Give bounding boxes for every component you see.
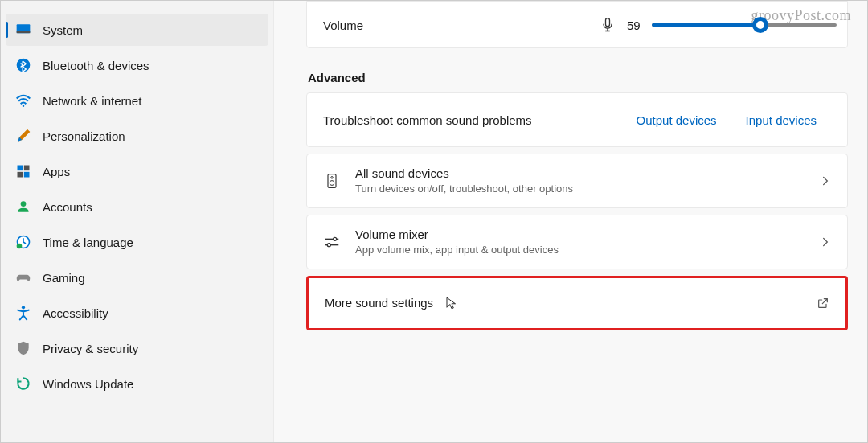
sidebar-item-label: Accounts: [43, 200, 92, 214]
sidebar-item-label: Windows Update: [43, 377, 133, 391]
privacy-icon: [15, 340, 31, 356]
volume-value: 59: [627, 18, 641, 32]
cutoff-row: [307, 1, 847, 2]
chevron-right-icon: [820, 236, 831, 248]
svg-rect-1: [17, 31, 31, 34]
sidebar-item-label: System: [43, 23, 83, 37]
mixer-title: Volume mixer: [355, 227, 805, 243]
volume-slider[interactable]: [652, 23, 837, 27]
svg-point-19: [327, 243, 330, 246]
cursor-icon: [444, 296, 459, 310]
chevron-right-icon: [820, 175, 831, 187]
input-devices-link[interactable]: Input devices: [731, 109, 831, 132]
svg-rect-4: [18, 166, 23, 171]
mixer-subtitle: App volume mix, app input & output devic…: [355, 243, 805, 257]
sidebar-item-system[interactable]: System: [6, 14, 268, 46]
mixer-icon: [323, 233, 341, 251]
slider-fill: [652, 23, 761, 27]
troubleshoot-row: Troubleshoot common sound problems Outpu…: [307, 93, 847, 146]
system-icon: [15, 22, 31, 38]
svg-point-14: [331, 176, 334, 178]
svg-rect-5: [24, 166, 30, 171]
sidebar-item-label: Personalization: [43, 129, 125, 143]
advanced-heading: Advanced: [308, 71, 848, 84]
svg-point-11: [22, 306, 25, 309]
sidebar-item-update[interactable]: Windows Update: [6, 367, 268, 400]
svg-point-2: [17, 59, 31, 72]
network-icon: [15, 92, 31, 109]
all-sound-devices-card[interactable]: All sound devices Turn devices on/off, t…: [306, 154, 848, 208]
more-sound-label: More sound settings: [325, 296, 433, 310]
accessibility-icon: [15, 305, 31, 321]
output-devices-link[interactable]: Output devices: [622, 109, 731, 132]
sidebar-item-bluetooth[interactable]: Bluetooth & devices: [6, 49, 268, 81]
sidebar-item-label: Network & internet: [43, 94, 141, 108]
settings-main: groovyPost.com Volume 59 Advanced Troubl…: [274, 1, 867, 442]
settings-sidebar: System Bluetooth & devices Network & int…: [1, 1, 274, 442]
sidebar-item-network[interactable]: Network & internet: [6, 84, 268, 117]
volume-label: Volume: [323, 18, 588, 32]
sidebar-item-label: Bluetooth & devices: [43, 59, 149, 72]
sidebar-item-accounts[interactable]: Accounts: [6, 191, 268, 223]
svg-point-3: [23, 105, 25, 107]
sidebar-item-label: Privacy & security: [43, 342, 138, 355]
accounts-icon: [15, 199, 31, 215]
external-link-icon: [817, 297, 829, 310]
sidebar-item-privacy[interactable]: Privacy & security: [6, 332, 268, 364]
time-icon: [15, 234, 31, 250]
all-devices-subtitle: Turn devices on/off, troubleshoot, other…: [355, 182, 805, 196]
sidebar-item-label: Time & language: [43, 236, 133, 249]
gaming-icon: [15, 269, 31, 285]
sidebar-item-label: Gaming: [43, 271, 85, 285]
bluetooth-icon: [15, 57, 31, 73]
microphone-icon[interactable]: [600, 17, 616, 33]
more-sound-settings-card[interactable]: More sound settings: [306, 276, 848, 330]
svg-rect-12: [606, 18, 610, 27]
svg-point-10: [17, 244, 23, 249]
volume-mixer-card[interactable]: Volume mixer App volume mix, app input &…: [306, 215, 848, 269]
svg-rect-7: [24, 172, 30, 178]
all-devices-title: All sound devices: [355, 166, 805, 182]
svg-point-17: [334, 237, 337, 240]
personalization-icon: [15, 128, 31, 144]
sidebar-item-time[interactable]: Time & language: [6, 226, 268, 258]
sidebar-item-accessibility[interactable]: Accessibility: [6, 297, 268, 329]
apps-icon: [15, 163, 31, 179]
sidebar-item-label: Apps: [43, 165, 70, 178]
sidebar-item-apps[interactable]: Apps: [6, 155, 268, 187]
svg-rect-6: [18, 172, 23, 178]
slider-thumb[interactable]: [752, 17, 768, 33]
troubleshoot-label: Troubleshoot common sound problems: [323, 113, 622, 127]
sidebar-item-personalization[interactable]: Personalization: [6, 120, 268, 152]
svg-point-15: [330, 180, 334, 185]
troubleshoot-card: Troubleshoot common sound problems Outpu…: [306, 92, 848, 147]
sidebar-item-gaming[interactable]: Gaming: [6, 261, 268, 293]
svg-point-8: [21, 201, 27, 207]
speaker-icon: [323, 172, 341, 190]
update-icon: [15, 375, 31, 392]
sidebar-item-label: Accessibility: [43, 306, 108, 320]
